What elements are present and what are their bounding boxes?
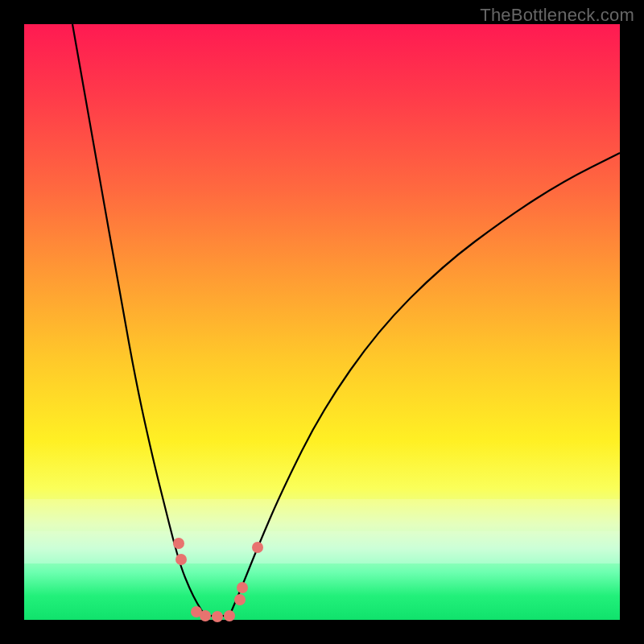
plot-area (24, 24, 620, 620)
left-curve (72, 24, 205, 616)
highlight-dot (200, 610, 211, 621)
highlight-dot (237, 582, 248, 593)
watermark-text: TheBottleneck.com (480, 5, 634, 26)
highlight-dot (175, 554, 187, 565)
highlight-dot (212, 611, 223, 622)
curves-layer (24, 24, 620, 620)
chart-frame: TheBottleneck.com (0, 0, 644, 644)
right-curve (229, 153, 620, 616)
highlight-dot (224, 610, 235, 621)
highlight-dot (252, 542, 263, 553)
highlight-dot (234, 594, 246, 605)
highlight-dot (173, 538, 184, 549)
